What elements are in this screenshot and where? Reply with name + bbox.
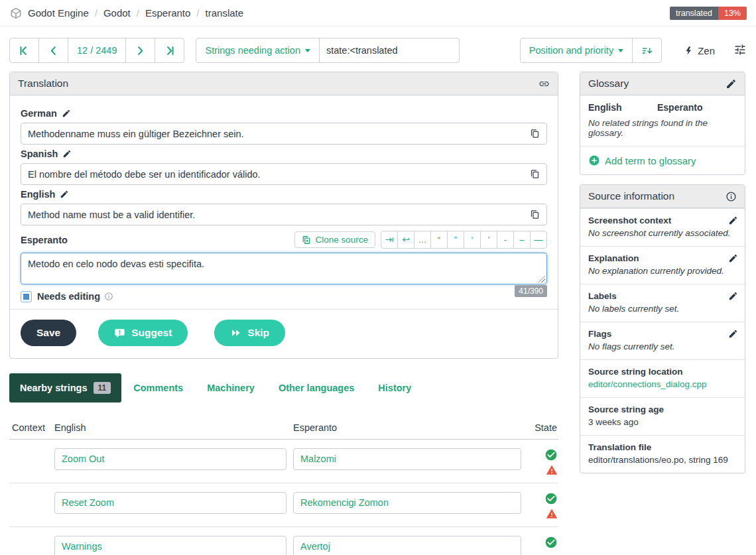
suggest-button[interactable]: Suggest [98, 320, 188, 346]
source-location-link[interactable]: editor/connections_dialog.cpp [588, 379, 737, 389]
info-icon [725, 191, 737, 202]
chevron-down-icon [618, 49, 623, 52]
insert-en-dash-button[interactable]: – [513, 231, 531, 249]
filter-dropdown-button[interactable]: Strings needing action [196, 38, 320, 63]
source-info-location: Source string location editor/connection… [580, 359, 745, 397]
copy-button[interactable] [530, 210, 540, 219]
glossary-body: English Esperanto No related strings fou… [580, 95, 745, 146]
insert-right-double-quote-button[interactable]: ” [447, 231, 464, 249]
breadcrumb-project[interactable]: Godot Engine [28, 7, 89, 19]
tab-history[interactable]: History [366, 374, 423, 402]
comment-bubble-icon [114, 328, 125, 339]
insert-left-single-quote-button[interactable]: ‘ [464, 231, 481, 249]
table-row[interactable]: Zoom Out Malzomi [9, 440, 558, 483]
glossary-edit-button[interactable] [725, 78, 737, 90]
skip-label: Skip [247, 327, 269, 339]
edit-pencil-icon[interactable] [62, 149, 72, 158]
target-language-name: Esperanto [21, 235, 68, 245]
warning-triangle-icon [546, 508, 558, 520]
source-info-value: No flags currently set. [588, 341, 737, 351]
tab-machinery[interactable]: Machinery [195, 374, 267, 402]
edit-screenshot-button[interactable] [728, 216, 738, 225]
site-header: Godot Engine / Godot / Esperanto / trans… [0, 0, 756, 27]
translated-check-icon [544, 492, 558, 505]
edit-explanation-button[interactable] [728, 253, 738, 263]
last-page-button[interactable] [155, 38, 184, 63]
search-input[interactable] [319, 38, 460, 63]
insert-right-single-quote-button[interactable]: ’ [480, 231, 497, 249]
source-info-label: Source string age [588, 404, 737, 414]
first-page-icon [19, 45, 30, 56]
tune-icon [733, 43, 747, 56]
source-info-value: No labels currently set. [588, 304, 737, 314]
translated-badge-percent: 13% [718, 7, 747, 20]
insert-hyphen-button[interactable]: - [497, 231, 514, 249]
edit-pencil-icon[interactable] [60, 190, 69, 199]
edit-flags-button[interactable] [728, 329, 738, 339]
row-english[interactable]: Reset Zoom [54, 492, 286, 514]
tab-other-languages[interactable]: Other languages [267, 374, 366, 402]
tab-nearby-strings[interactable]: Nearby strings 11 [9, 373, 121, 402]
edit-pencil-icon [728, 253, 738, 263]
copy-button[interactable] [530, 129, 540, 139]
edit-pencil-icon[interactable] [62, 109, 71, 118]
table-row[interactable]: Warnings Avertoj [9, 527, 558, 555]
insert-tab-button[interactable] [381, 231, 398, 249]
translation-editor[interactable]: Metodo en celo nodo devas esti specifita… [21, 253, 547, 284]
row-esperanto[interactable]: Malzomi [293, 448, 521, 470]
suggest-label: Suggest [131, 327, 172, 339]
source-info-label: Screenshot context [588, 216, 737, 225]
next-page-button[interactable] [125, 38, 155, 63]
return-icon [402, 235, 410, 244]
sort-direction-button[interactable] [632, 38, 662, 63]
source-info-label: Source string location [588, 367, 737, 377]
row-esperanto[interactable]: Rekomencigi Zomon [293, 492, 521, 514]
pagination-group: 12 / 2449 [9, 38, 184, 63]
nearby-count-badge: 11 [94, 382, 111, 394]
first-page-button[interactable] [9, 38, 39, 63]
source-info-value: editor/translations/eo.po, string 169 [588, 455, 737, 465]
resize-handle[interactable] [538, 275, 545, 282]
breadcrumb-component[interactable]: Godot [103, 7, 131, 19]
row-state [521, 492, 558, 520]
needs-editing-checkbox[interactable] [21, 291, 32, 302]
col-state: State [521, 422, 558, 433]
row-english[interactable]: Zoom Out [54, 448, 286, 470]
glossary-col-target: Esperanto [657, 102, 702, 113]
main-content: Translation German Methodenname muss ein… [0, 63, 756, 555]
add-term-button[interactable]: Add term to glossary [580, 146, 745, 174]
edit-pencil-icon [725, 78, 737, 90]
translated-badge-label: translated [670, 7, 718, 20]
insert-left-double-quote-button[interactable]: “ [430, 231, 448, 249]
sort-dropdown-button[interactable]: Position and priority [520, 38, 633, 63]
insert-em-dash-button[interactable]: — [530, 231, 547, 249]
table-row[interactable]: Reset Zoom Rekomencigi Zomon [9, 483, 558, 527]
breadcrumb-page[interactable]: translate [206, 7, 244, 19]
translation-text: Method name must be a valid identifier. [28, 210, 195, 220]
source-info-help-button[interactable] [725, 191, 737, 202]
row-state [521, 448, 558, 476]
prev-page-button[interactable] [38, 38, 68, 63]
language-label-spanish: Spanish [21, 149, 547, 159]
insert-newline-button[interactable] [397, 231, 414, 249]
permalink-button[interactable] [538, 78, 550, 90]
insert-ellipsis-button[interactable]: … [414, 231, 431, 249]
tab-comments[interactable]: Comments [121, 374, 195, 402]
chevron-left-icon [48, 45, 59, 56]
right-column: Glossary English Esperanto No related st… [580, 72, 745, 473]
source-info-label: Labels [588, 291, 737, 301]
toolbar: 12 / 2449 Strings needing action Positio… [0, 27, 756, 63]
edit-labels-button[interactable] [728, 291, 738, 301]
settings-sliders-button[interactable] [733, 43, 747, 58]
last-page-icon [164, 45, 175, 56]
zen-mode-button[interactable]: Zen [684, 45, 715, 56]
breadcrumb-language[interactable]: Esperanto [145, 7, 190, 19]
copy-button[interactable] [530, 169, 540, 179]
save-button[interactable]: Save [21, 320, 76, 346]
clone-source-button[interactable]: Clone source [294, 231, 375, 248]
source-info-value: No explanation currently provided. [588, 266, 737, 276]
source-info-age: Source string age 3 weeks ago [580, 397, 745, 435]
row-english[interactable]: Warnings [54, 536, 286, 555]
row-esperanto[interactable]: Avertoj [293, 536, 521, 555]
skip-button[interactable]: Skip [214, 320, 285, 346]
